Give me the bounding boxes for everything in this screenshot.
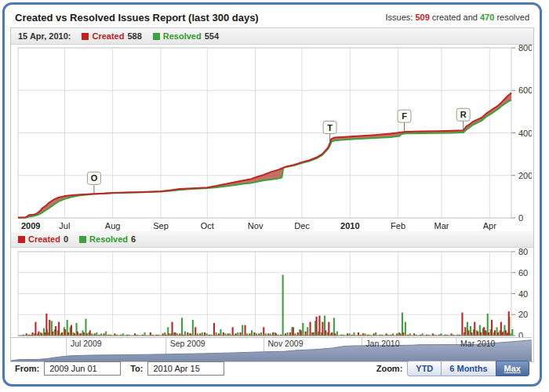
created-bar <box>300 330 302 336</box>
created-bar <box>316 317 318 336</box>
from-date-input[interactable] <box>44 361 121 376</box>
created-bar <box>38 332 39 336</box>
resolved-legend-value: 554 <box>205 31 219 41</box>
issues-resolved-text: resolved <box>496 13 529 22</box>
zoom-max-button[interactable]: Max <box>496 361 529 376</box>
resolved-legend-value: 6 <box>131 234 136 244</box>
main-chart[interactable]: 0200400600800OTFR2009JulAugSepOctNovDec2… <box>11 45 532 231</box>
created-legend-value: 0 <box>64 234 68 244</box>
created-bar <box>195 327 196 336</box>
resolved-bar <box>216 332 217 336</box>
x-axis-label: Feb <box>391 221 405 230</box>
y-axis-label: 800 <box>518 45 532 53</box>
created-bar <box>494 330 496 336</box>
x-axis-label: Mar <box>434 221 449 230</box>
resolved-bar <box>487 314 489 336</box>
x-axis-label: Apr <box>483 221 496 230</box>
svg-text:R: R <box>460 110 467 119</box>
created-bar <box>58 322 60 336</box>
created-bar <box>497 332 499 336</box>
y-axis-label: 60 <box>518 268 528 278</box>
zoom-ytd-button[interactable]: YTD <box>407 361 442 376</box>
nav-label: Jul 2009 <box>71 339 102 348</box>
y-axis-label: 600 <box>518 85 532 95</box>
to-label: To: <box>130 364 143 373</box>
daily-bar-chart[interactable]: 020406080 <box>11 248 532 337</box>
nav-label: Sep 2009 <box>170 339 205 348</box>
resolved-bar <box>333 318 335 336</box>
created-line <box>18 93 511 218</box>
nav-label: Jan 2010 <box>365 339 399 348</box>
y-axis-label: 400 <box>518 129 532 138</box>
created-bar <box>253 332 255 336</box>
resolved-bar <box>402 313 403 336</box>
resolved-swatch-icon <box>153 33 160 40</box>
created-bar <box>89 330 91 336</box>
x-axis-label: Nov <box>248 221 264 230</box>
resolved-bar <box>237 332 238 336</box>
to-date-input[interactable] <box>147 361 224 376</box>
created-bar <box>502 332 504 336</box>
x-axis-label: Aug <box>105 221 121 230</box>
created-bar <box>172 322 173 336</box>
resolved-bar <box>260 332 262 336</box>
resolved-bar <box>354 332 355 336</box>
created-bar <box>44 332 45 336</box>
created-bar <box>331 332 333 336</box>
zoom-6months-button[interactable]: 6 Months <box>441 361 496 376</box>
created-bar <box>474 322 475 336</box>
created-bar <box>71 325 72 336</box>
x-axis-label: Dec <box>294 221 310 230</box>
created-bar <box>245 325 246 336</box>
created-bar <box>464 327 466 336</box>
resolved-bar <box>251 330 253 336</box>
created-bar <box>325 330 326 336</box>
created-bar <box>52 332 53 336</box>
report-footer: From: To: Zoom: YTD 6 Months Max <box>15 358 529 379</box>
main-chart-legend: 15 Apr, 2010: Created 588 Resolved 554 <box>11 28 533 45</box>
created-swatch-icon <box>18 236 25 243</box>
created-bar <box>310 322 311 336</box>
chart-frame: 15 Apr, 2010: Created 588 Resolved 554 0… <box>10 27 534 362</box>
y-axis-label: 80 <box>518 248 528 256</box>
created-bar <box>480 332 482 336</box>
resolved-bar <box>105 332 107 336</box>
created-bar <box>150 332 151 336</box>
created-bar <box>45 314 47 336</box>
x-axis-label: 2010 <box>340 221 359 230</box>
created-bar <box>35 322 36 336</box>
created-bar <box>32 332 34 336</box>
created-bar <box>313 332 314 336</box>
created-bar <box>491 320 493 336</box>
created-bar <box>67 332 69 336</box>
svg-text:F: F <box>402 111 407 121</box>
created-bar <box>272 332 274 336</box>
created-bar <box>488 332 489 336</box>
created-bar <box>213 323 215 336</box>
created-bar <box>55 326 56 336</box>
created-resolved-band <box>18 93 511 218</box>
legend-date: 15 Apr, 2010: <box>18 31 71 41</box>
created-legend-label: Created <box>92 31 124 41</box>
y-axis-label: 0 <box>518 331 523 337</box>
y-axis-label: 200 <box>518 171 532 180</box>
resolved-bar <box>144 332 146 336</box>
resolved-bar <box>282 274 284 336</box>
created-bar <box>61 332 63 336</box>
created-bar <box>293 327 294 336</box>
created-bar <box>49 320 50 336</box>
x-axis-label: Jul <box>59 221 70 230</box>
created-bar <box>485 330 486 336</box>
created-bar <box>263 327 264 336</box>
created-bar <box>358 332 359 336</box>
flag-F[interactable]: F <box>398 110 411 131</box>
nav-label: Nov 2009 <box>268 339 304 348</box>
created-bar <box>318 316 320 336</box>
zoom-label: Zoom: <box>376 364 403 373</box>
created-bar <box>328 322 329 336</box>
created-bar <box>223 332 224 336</box>
resolved-line <box>18 100 511 218</box>
created-swatch-icon <box>82 33 89 40</box>
flag-O[interactable]: O <box>87 172 100 193</box>
y-axis-label: 0 <box>518 213 523 223</box>
